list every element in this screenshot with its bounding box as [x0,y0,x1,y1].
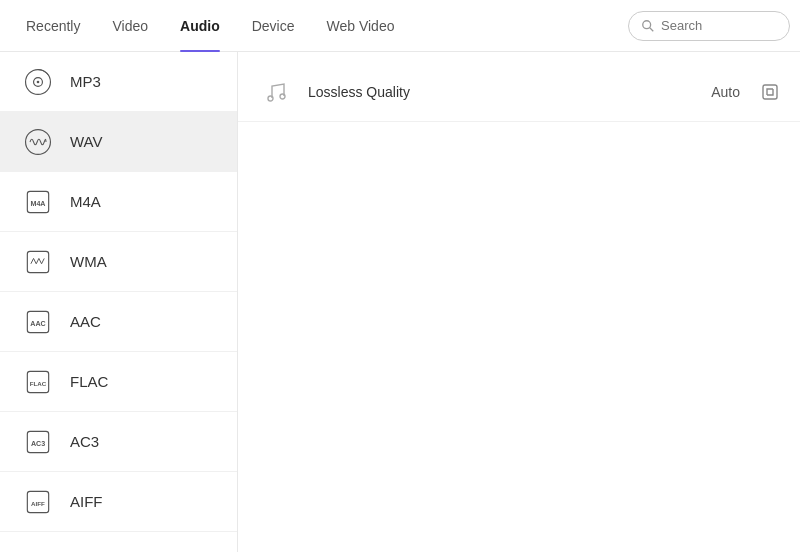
sidebar-item-m4a-label: M4A [70,193,101,210]
svg-text:AC3: AC3 [31,439,45,447]
tab-video[interactable]: Video [96,0,164,52]
svg-text:AAC: AAC [30,319,45,327]
sidebar-item-mp3[interactable]: MP3 [0,52,237,112]
mp3-icon [20,64,56,100]
svg-point-0 [643,20,651,28]
sidebar-item-wma-label: WMA [70,253,107,270]
content-row-lossless[interactable]: Lossless Quality Auto [238,62,800,122]
row-quality-lossless: Auto [711,84,740,100]
m4a-icon: M4A [20,184,56,220]
tab-recently[interactable]: Recently [10,0,96,52]
svg-point-18 [280,94,285,99]
aiff-icon: AIFF [20,484,56,520]
sidebar-item-m4a[interactable]: M4A M4A [0,172,237,232]
sidebar-item-flac[interactable]: FLAC FLAC [0,352,237,412]
tab-device[interactable]: Device [236,0,311,52]
svg-rect-8 [27,251,48,272]
sidebar-item-ac3[interactable]: AC3 AC3 [0,412,237,472]
flac-icon: FLAC [20,364,56,400]
sidebar-item-wav-label: WAV [70,133,103,150]
sidebar-item-ac3-label: AC3 [70,433,99,450]
sidebar-item-flac-label: FLAC [70,373,108,390]
svg-text:AIFF: AIFF [31,499,45,506]
ac3-icon: AC3 [20,424,56,460]
sidebar-item-aac[interactable]: AAC AAC [0,292,237,352]
wav-icon [20,124,56,160]
search-input[interactable] [661,18,777,33]
sidebar-item-wma[interactable]: WMA [0,232,237,292]
sidebar-item-aac-label: AAC [70,313,101,330]
sidebar-item-aiff[interactable]: AIFF AIFF [0,472,237,532]
content-area: Lossless Quality Auto [238,52,800,552]
tab-audio[interactable]: Audio [164,0,236,52]
wma-icon [20,244,56,280]
svg-text:M4A: M4A [30,199,45,207]
search-icon [641,19,655,33]
main-layout: MP3 WAV M4A M4A [0,52,800,552]
svg-point-5 [26,129,51,154]
svg-line-1 [650,27,654,31]
aac-icon: AAC [20,304,56,340]
edit-icon[interactable] [760,82,780,102]
svg-point-17 [268,96,273,101]
tab-web-video[interactable]: Web Video [310,0,410,52]
svg-rect-19 [763,85,777,99]
sidebar: MP3 WAV M4A M4A [0,52,238,552]
top-nav: Recently Video Audio Device Web Video [0,0,800,52]
svg-text:FLAC: FLAC [30,379,47,386]
sidebar-item-wav[interactable]: WAV [0,112,237,172]
sidebar-item-aiff-label: AIFF [70,493,103,510]
sidebar-item-mp3-label: MP3 [70,73,101,90]
svg-point-4 [37,80,40,83]
search-box[interactable] [628,11,790,41]
row-label-lossless: Lossless Quality [308,84,711,100]
music-note-icon [258,74,294,110]
